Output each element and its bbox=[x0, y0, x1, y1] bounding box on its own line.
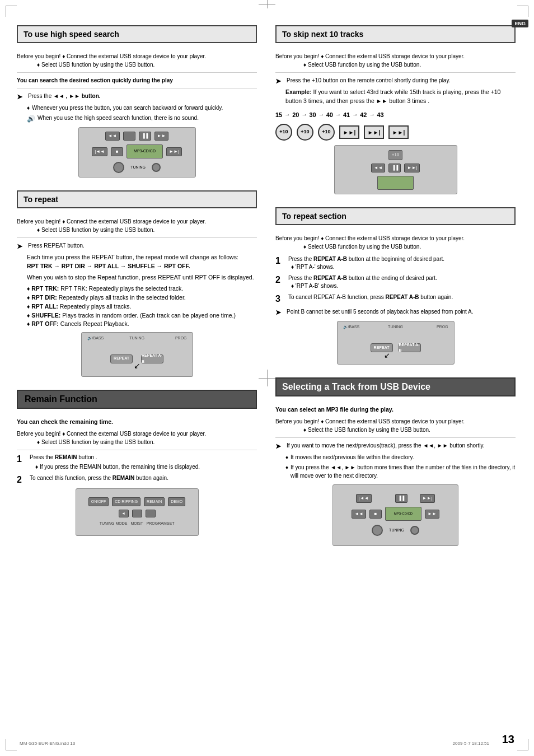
remain-step2-num: 2 bbox=[17, 474, 27, 485]
hss-device-image: ◄◄ ▐▐ ►► |◄◄ ■ MP3-CD/CD ►►| bbox=[78, 127, 196, 178]
hss-btn-rew: ◄◄ bbox=[105, 132, 120, 141]
rs-remote-prog: PROG bbox=[437, 324, 448, 330]
st-tuning-label: TUNING bbox=[389, 528, 404, 534]
rs-down-arrow: ↙ bbox=[384, 350, 390, 361]
st-display: MP3-CD/CD bbox=[385, 507, 421, 521]
repeat-step1-text: Press REPEAT button. bbox=[28, 241, 85, 250]
hss-divider bbox=[17, 72, 257, 73]
repeat-section-title-box: To repeat section bbox=[275, 207, 516, 225]
rs-step1-note: ♦ 'RPT A-' shows. bbox=[288, 263, 516, 271]
skip-display bbox=[377, 176, 414, 190]
st-note1: ♦ It moves the next/previous file within… bbox=[285, 453, 516, 461]
skip-fwd: ►►| bbox=[404, 164, 420, 172]
corner-mark-bl bbox=[6, 739, 17, 750]
hss-step1-text: Press the ◄◄ , ►► button. bbox=[28, 92, 101, 100]
rs-step2-num: 2 bbox=[275, 274, 285, 285]
skip-buttons-row: +10 +10 +10 ►►| ►►| ►►| bbox=[275, 124, 516, 141]
skip-btn-ffd3: ►►| bbox=[388, 125, 409, 139]
hss-notes: ♦ Whenever you press the button, you can… bbox=[17, 104, 257, 124]
rs-point-arrow: ➤ bbox=[275, 307, 284, 318]
skip-step1: ➤ Press the +10 button on the remote con… bbox=[275, 76, 516, 86]
remain-s1: ◄ bbox=[119, 510, 129, 517]
st-prev-btn: ◄◄ bbox=[352, 510, 366, 519]
remain-rip: CD RIPPING bbox=[112, 497, 140, 506]
select-track-content: You can select an MP3 file during the pl… bbox=[275, 401, 516, 552]
remain-check-note: You can check the remaining time. bbox=[17, 418, 257, 427]
rs-step1-content: Press the REPEAT A-B button at the begin… bbox=[288, 255, 516, 271]
skip-next-section: To skip next 10 tracks Before you begin!… bbox=[275, 25, 516, 200]
repeat-bullet2: ♦ RPT DIR: Repeatedly plays all tracks i… bbox=[27, 293, 257, 302]
remain-moist-label: MOIST bbox=[130, 521, 143, 527]
rs-before-begin: Before you begin! ♦ Connect the external… bbox=[275, 234, 516, 251]
remain-device-image: ON/OFF CD RIPPING REMAIN DEMO ◄ TUNING M… bbox=[76, 488, 199, 536]
repeat-bullet4: ♦ SHUFFLE: Plays tracks in random order.… bbox=[27, 311, 257, 320]
hss-btn-prev: |◄◄ bbox=[92, 147, 107, 156]
repeat-section-title: To repeat section bbox=[282, 212, 346, 221]
repeat-before-begin: Before you begin! ♦ Connect the external… bbox=[17, 217, 257, 234]
rs-step1-num: 1 bbox=[275, 255, 285, 266]
skip-plus10-display: +10 bbox=[388, 150, 402, 160]
st-arrow: ➤ bbox=[275, 441, 284, 451]
remain-s2 bbox=[132, 510, 142, 517]
high-speed-search-content: Before you begin! ♦ Connect the external… bbox=[17, 48, 257, 184]
remain-ctrl-row3: TUNING MODE MOIST PROGRAMSET bbox=[100, 521, 175, 527]
center-crosshair bbox=[261, 372, 273, 384]
skip-divider bbox=[275, 72, 516, 73]
rs-step3: 3 To cancel REPEAT A-B function, press R… bbox=[275, 293, 516, 304]
hss-step1: ➤ Press the ◄◄ , ►► button. bbox=[17, 92, 257, 102]
rs-step2-content: Press the REPEAT A-B button at the endin… bbox=[288, 274, 516, 290]
st-ctrl-r2: ◄◄ ■ MP3-CD/CD ►► bbox=[352, 507, 439, 521]
st-ctrl-r1: |◄◄ ▐▐ ►►| bbox=[356, 494, 435, 503]
st-knob2 bbox=[410, 526, 419, 535]
repeat-btn: REPEAT bbox=[110, 354, 133, 363]
skip-btn-plus10-1: +10 bbox=[275, 124, 292, 141]
remain-onoff: ON/OFF bbox=[88, 497, 109, 506]
skip-ctrl-r2: ◄◄ ▐▐ ►►| bbox=[371, 164, 420, 172]
st-note2: ♦ If you press the ◄◄, ►► button more ti… bbox=[285, 463, 516, 480]
st-ctrl-r3: TUNING bbox=[372, 525, 419, 536]
page-number: 13 bbox=[502, 733, 514, 746]
hss-device-row3: TUNING bbox=[113, 162, 161, 173]
skip-device-image: +10 ◄◄ ▐▐ ►►| bbox=[334, 145, 457, 194]
skip-title: To skip next 10 tracks bbox=[282, 30, 363, 39]
skip-pause: ▐▐ bbox=[388, 164, 401, 172]
repeat-ab-btn: REPEAT A-B bbox=[141, 354, 163, 363]
rs-step1: 1 Press the REPEAT A-B button at the beg… bbox=[275, 255, 516, 271]
st-divider bbox=[275, 437, 516, 438]
hss-arrow: ➤ bbox=[17, 92, 25, 102]
remain-demo: DEMO bbox=[168, 497, 185, 506]
remain-step1-content: Press the REMAIN button . ♦ If you press… bbox=[30, 454, 257, 471]
to-repeat-content: Before you begin! ♦ Connect the external… bbox=[17, 213, 257, 383]
repeat-stop-note: When you wish to stop the Repeat functio… bbox=[17, 273, 257, 282]
select-track-title: Selecting a Track from USB Device bbox=[282, 382, 430, 391]
hss-note1: ♦ Whenever you press the button, you can… bbox=[27, 104, 257, 112]
st-display-text: MP3-CD/CD bbox=[394, 511, 413, 516]
st-stop-btn: ■ bbox=[369, 510, 382, 519]
remain-before-begin: Before you begin! ♦ Connect the external… bbox=[17, 430, 257, 446]
hss-label-tuning: TUNING bbox=[130, 165, 146, 171]
rs-step3-num: 3 bbox=[275, 293, 285, 304]
repeat-bullet1: ♦ RPT TRK: RPT TRK: Repeatedly plays the… bbox=[27, 284, 257, 293]
high-speed-search-title-box: To use high speed search bbox=[17, 25, 257, 43]
st-skip-next: ►►| bbox=[420, 494, 435, 503]
st-mp3-note: You can select an MP3 file during the pl… bbox=[275, 405, 516, 414]
to-repeat-title: To repeat bbox=[24, 195, 58, 204]
hss-device-controls-row1: ◄◄ ▐▐ ►► bbox=[105, 132, 169, 141]
st-device-image: |◄◄ ▐▐ ►►| ◄◄ ■ MP3-CD/CD ►► bbox=[332, 484, 458, 546]
skip-btn-ffd1: ►►| bbox=[339, 125, 359, 139]
rs-step3-content: To cancel REPEAT A-B function, press REP… bbox=[288, 293, 516, 301]
repeat-bullet3: ♦ RPT ALL: Repeatedly plays all tracks. bbox=[27, 302, 257, 311]
remain-step2: 2 To cancel this function, press the REM… bbox=[17, 474, 257, 485]
st-before-begin: Before you begin! ♦ Connect the external… bbox=[275, 417, 516, 434]
eng-badge: ENG bbox=[512, 20, 528, 27]
remain-s3 bbox=[146, 510, 156, 517]
rs-remote-bass: 🔊/BASS bbox=[343, 324, 360, 330]
remain-content: You can check the remaining time. Before… bbox=[17, 413, 257, 542]
rs-repeat-ab-btn: REPEAT A-B bbox=[399, 343, 421, 352]
footer-right: 2009-5-7 18:12:51 bbox=[453, 741, 489, 746]
skip-sequence: 15 → 20 → 30 → 40 → 41 → 42 → 43 bbox=[275, 110, 516, 120]
rs-remote-tuning: TUNING bbox=[388, 324, 403, 330]
st-knob bbox=[372, 525, 383, 536]
hss-btn-next: ►►| bbox=[166, 147, 182, 156]
remain-title-box: Remain Function bbox=[17, 390, 257, 409]
